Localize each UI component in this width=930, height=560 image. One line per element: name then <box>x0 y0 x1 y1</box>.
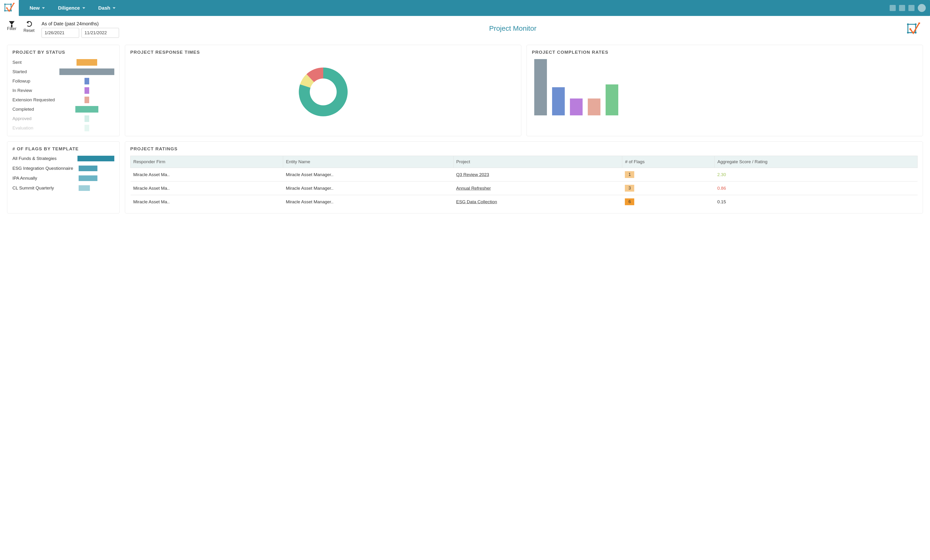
flag-row[interactable]: All Funds & Strategies <box>12 156 114 161</box>
card-title: PROJECT RATINGS <box>130 146 918 152</box>
project-link[interactable]: Annual Refresher <box>456 186 491 191</box>
status-row[interactable]: Extension Requested <box>12 97 114 103</box>
status-label: Extension Requested <box>12 97 59 103</box>
svg-point-7 <box>915 23 917 25</box>
status-label: Evaluation <box>12 126 59 130</box>
date-from-input[interactable] <box>42 28 79 38</box>
svg-point-0 <box>4 3 6 5</box>
score-cell: 2.30 <box>714 168 918 181</box>
score-cell: 0.15 <box>714 195 918 209</box>
status-bar <box>75 106 99 112</box>
card-response-times: PROJECT RESPONSE TIMES <box>125 45 521 136</box>
nav-diligence[interactable]: Diligence <box>51 5 92 11</box>
completion-bar[interactable] <box>588 98 600 115</box>
flag-row[interactable]: IPA Annually <box>12 175 114 181</box>
table-header[interactable]: Entity Name <box>283 156 454 168</box>
status-track <box>59 87 114 94</box>
svg-point-10 <box>909 28 911 30</box>
flags-cell: 1 <box>622 168 714 181</box>
svg-point-3 <box>10 10 12 11</box>
chevron-down-icon <box>82 7 85 9</box>
project-link[interactable]: Q3 Review 2023 <box>456 172 489 177</box>
project-cell: ESG Data Collection <box>453 195 622 209</box>
svg-point-6 <box>907 23 909 25</box>
app-logo <box>0 0 19 16</box>
project-cell: Q3 Review 2023 <box>453 168 622 181</box>
svg-point-1 <box>10 3 12 5</box>
completion-bar[interactable] <box>606 84 618 115</box>
completion-bar[interactable] <box>570 98 583 115</box>
table-header[interactable]: # of Flags <box>622 156 714 168</box>
status-track <box>59 97 114 103</box>
completion-bar[interactable] <box>552 87 565 115</box>
status-row[interactable]: Completed <box>12 106 114 112</box>
table-header[interactable]: Responder Firm <box>131 156 283 168</box>
flag-count-badge: 3 <box>625 185 634 192</box>
status-row[interactable]: Started <box>12 69 114 75</box>
status-track <box>59 78 114 84</box>
completion-chart <box>532 59 918 115</box>
card-flags-by-template: # OF FLAGS BY TEMPLATE All Funds & Strat… <box>7 141 120 213</box>
card-title: PROJECT COMPLETION RATES <box>532 50 918 55</box>
donut-chart <box>130 59 516 125</box>
status-label: Sent <box>12 60 59 65</box>
score-cell: 0.86 <box>714 181 918 195</box>
flags-chart: All Funds & StrategiesESG Integration Qu… <box>12 156 114 191</box>
table-row: Miracle Asset Ma..Miracle Asset Manager.… <box>131 195 918 209</box>
status-bar <box>85 125 89 131</box>
card-title: PROJECT BY STATUS <box>12 50 114 55</box>
reset-label: Reset <box>23 28 34 33</box>
table-header[interactable]: Aggregate Score / Rating <box>714 156 918 168</box>
topbar: New Diligence Dash <box>0 0 930 16</box>
completion-bar[interactable] <box>534 59 547 115</box>
status-label: Completed <box>12 107 59 112</box>
status-bar <box>85 87 89 94</box>
table-cell: Miracle Asset Ma.. <box>131 168 283 181</box>
flag-row[interactable]: ESG Integration Questionnaire <box>12 166 114 171</box>
reset-button[interactable]: Reset <box>23 21 34 33</box>
cards-row2: # OF FLAGS BY TEMPLATE All Funds & Strat… <box>0 141 930 221</box>
table-cell: Miracle Asset Manager.. <box>283 195 454 209</box>
status-track <box>59 69 114 75</box>
date-to-input[interactable] <box>82 28 119 38</box>
score-value: 0.15 <box>718 199 726 204</box>
nav-app-2[interactable] <box>899 5 905 11</box>
reset-icon <box>26 21 32 27</box>
status-bar <box>59 69 114 75</box>
project-link[interactable]: ESG Data Collection <box>456 199 497 204</box>
status-row[interactable]: Followup <box>12 78 114 84</box>
flag-label: ESG Integration Questionnaire <box>12 166 76 171</box>
table-header-row: Responder FirmEntity NameProject# of Fla… <box>131 156 918 168</box>
flag-count-badge: 6 <box>625 198 634 205</box>
avatar[interactable] <box>918 4 926 12</box>
flag-bar <box>79 175 97 181</box>
nav-dash[interactable]: Dash <box>92 5 122 11</box>
status-row[interactable]: Evaluation <box>12 125 114 131</box>
filter-button[interactable]: Filter <box>7 21 17 31</box>
status-label: Followup <box>12 78 59 84</box>
table-header[interactable]: Project <box>453 156 622 168</box>
nav-new[interactable]: New <box>23 5 51 11</box>
status-row[interactable]: Sent <box>12 59 114 66</box>
flags-cell: 6 <box>622 195 714 209</box>
nav-app-3[interactable] <box>908 5 915 11</box>
svg-point-2 <box>4 10 6 11</box>
main-nav: New Diligence Dash <box>19 0 930 16</box>
status-bar <box>85 78 89 84</box>
flag-row[interactable]: CL Summit Quarterly <box>12 185 114 191</box>
status-track <box>59 115 114 122</box>
status-bar <box>85 115 89 122</box>
status-bar <box>77 59 97 66</box>
status-row[interactable]: In Review <box>12 87 114 94</box>
nav-app-1[interactable] <box>890 5 896 11</box>
status-label: Started <box>12 69 59 74</box>
table-cell: Miracle Asset Manager.. <box>283 181 454 195</box>
svg-point-4 <box>6 7 8 9</box>
svg-point-9 <box>915 32 917 34</box>
card-project-ratings: PROJECT RATINGS Responder FirmEntity Nam… <box>125 141 923 213</box>
score-value: 0.86 <box>718 186 726 191</box>
table-cell: Miracle Asset Ma.. <box>131 195 283 209</box>
table-row: Miracle Asset Ma..Miracle Asset Manager.… <box>131 181 918 195</box>
flag-label: IPA Annually <box>12 176 76 181</box>
status-row[interactable]: Approved <box>12 115 114 122</box>
